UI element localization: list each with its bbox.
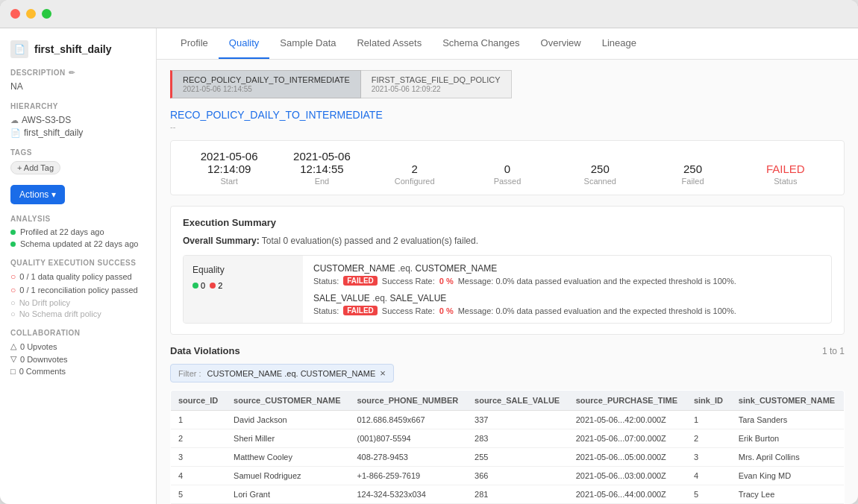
tab-lineage[interactable]: Lineage — [592, 28, 647, 59]
table-cell: Mrs. April Collins — [731, 448, 845, 467]
metric-start-label: Start — [183, 177, 275, 186]
equality-label: Equality — [192, 265, 294, 275]
metric-start-value: 2021-05-06 12:14:09 — [183, 150, 275, 175]
quality-item-1: ○ 0 / 1 data quality policy passed — [10, 271, 145, 282]
check-name-2: SALE_VALUE .eq. SALE_VALUE — [313, 293, 821, 303]
table-cell: 2021-05-06...07:00.000Z — [569, 429, 686, 448]
filter-close-icon[interactable]: × — [380, 368, 386, 379]
hierarchy-file-label: first_shift_daily — [24, 127, 83, 138]
edit-icon[interactable]: ✏ — [69, 69, 75, 77]
passed-dot — [192, 283, 198, 289]
table-cell: 2021-05-06...05:00.000Z — [569, 448, 686, 467]
quality-item-2: ○ 0 / 1 reconciliation policy passed — [10, 285, 145, 295]
eq-badges: 0 2 — [192, 281, 294, 290]
tab-related-assets[interactable]: Related Assets — [346, 28, 432, 59]
no-schema-circle-icon: ○ — [10, 309, 16, 318]
comments-item[interactable]: □ 0 Comments — [10, 367, 145, 376]
table-cell: 3 — [686, 448, 731, 467]
table-cell: 012.686.8459x667 — [349, 411, 467, 429]
tab-quality[interactable]: Quality — [219, 28, 269, 59]
execution-summary: Execution Summary Overall Summary: Total… — [170, 206, 845, 335]
table-cell: 255 — [467, 448, 569, 467]
tags-area: + Add Tag — [10, 161, 145, 174]
no-drift-circle-icon: ○ — [10, 298, 16, 307]
rate-value-2: 0 % — [439, 306, 454, 315]
titlebar — [0, 0, 858, 28]
equality-section: Equality 0 2 — [183, 255, 832, 324]
tags-label: TAGS — [10, 148, 145, 157]
table-cell: Samuel Rodriguez — [226, 467, 349, 485]
violations-header: Data Violations 1 to 1 — [170, 345, 845, 356]
policy-tabs: RECO_POLICY_DAILY_TO_INTERMEDIATE 2021-0… — [170, 70, 845, 98]
no-drift-item: ○ No Drift policy — [10, 298, 145, 307]
profiled-dot — [10, 230, 16, 235]
table-cell: Lori Grant — [226, 485, 349, 504]
metric-start: 2021-05-06 12:14:09 Start — [183, 150, 275, 186]
status-badge-failed-2: FAILED — [343, 306, 378, 315]
col-sink-id: sink_ID — [686, 391, 731, 411]
status-label: Status: — [313, 277, 339, 286]
add-tag-button[interactable]: + Add Tag — [10, 161, 60, 174]
col-source-customer-name: source_CUSTOMER_NAME — [226, 391, 349, 411]
policy-tab-reco[interactable]: RECO_POLICY_DAILY_TO_INTERMEDIATE 2021-0… — [170, 70, 361, 98]
no-schema-drift-item: ○ No Schema drift policy — [10, 309, 145, 318]
table-row: 4Samuel Rodriguez+1-866-259-76193662021-… — [171, 467, 845, 485]
table-cell: 1 — [171, 411, 227, 429]
cloud-icon: ☁ — [10, 116, 19, 125]
sidebar-title-text: first_shift_daily — [34, 43, 111, 55]
table-row: 5Lori Grant124-324-5323x0342812021-05-06… — [171, 485, 845, 504]
analysis-item-profiled: Profiled at 22 days ago — [10, 227, 145, 236]
metric-end-value: 2021-05-06 12:14:55 — [275, 150, 368, 175]
table-cell: 4 — [171, 467, 227, 485]
table-cell: 2021-05-06...44:00.000Z — [569, 485, 686, 504]
table-cell: 2 — [171, 429, 227, 448]
failed-badge: 2 — [210, 281, 222, 290]
actions-button[interactable]: Actions ▾ — [10, 185, 65, 204]
collaboration-label: COLLABORATION — [10, 329, 145, 337]
maximize-button[interactable] — [42, 9, 51, 19]
col-source-sale-value: source_SALE_VALUE — [467, 391, 569, 411]
violations-title: Data Violations — [170, 345, 240, 356]
tab-overview[interactable]: Overview — [530, 28, 592, 59]
tab-schema-changes[interactable]: Schema Changes — [432, 28, 530, 59]
tab-sample-data[interactable]: Sample Data — [269, 28, 346, 59]
metric-passed-label: Passed — [461, 177, 554, 186]
overall-summary: Overall Summary: Total 0 evaluation(s) p… — [183, 236, 832, 246]
description-section: DESCRIPTION ✏ NA — [10, 69, 145, 92]
tab-profile[interactable]: Profile — [170, 28, 219, 59]
metric-failed-count: 250 Failed — [646, 163, 739, 186]
metrics-row: 2021-05-06 12:14:09 Start 2021-05-06 12:… — [170, 140, 845, 195]
table-row: 3Matthew Cooley408-278-94532552021-05-06… — [171, 448, 845, 467]
table-cell: Matthew Cooley — [226, 448, 349, 467]
fail-circle-icon-2: ○ — [10, 285, 16, 295]
file-icon: 📄 — [10, 128, 21, 138]
upvotes-item[interactable]: △ 0 Upvotes — [10, 341, 145, 351]
filter-tag[interactable]: Filter : CUSTOMER_NAME .eq. CUSTOMER_NAM… — [170, 364, 394, 382]
metric-end: 2021-05-06 12:14:55 End — [275, 150, 368, 186]
close-button[interactable] — [10, 9, 20, 19]
quality-execution-section: QUALITY EXECUTION SUCCESS ○ 0 / 1 data q… — [10, 259, 145, 318]
main-scroll: RECO_POLICY_DAILY_TO_INTERMEDIATE 2021-0… — [157, 60, 858, 504]
analysis-section: ANALYSIS Profiled at 22 days ago Schema … — [10, 215, 145, 248]
metric-scanned: 250 Scanned — [554, 163, 646, 186]
policy-tab-first-stage[interactable]: FIRST_STAGE_FILE_DQ_POLICY 2021-05-06 12… — [361, 70, 512, 98]
check-status-row-2: Status: FAILED Success Rate: 0 % Message… — [313, 306, 821, 315]
metric-status-label: Status — [739, 177, 832, 186]
minimize-button[interactable] — [26, 9, 36, 19]
equality-left-panel: Equality 0 2 — [184, 256, 303, 323]
tags-section: TAGS + Add Tag — [10, 148, 145, 174]
metric-passed-value: 0 — [461, 163, 554, 175]
table-cell: David Jackson — [226, 411, 349, 429]
table-cell: 337 — [467, 411, 569, 429]
hierarchy-item-file: 📄 first_shift_daily — [10, 127, 145, 138]
table-row: 1David Jackson012.686.8459x6673372021-05… — [171, 411, 845, 429]
metric-failed-count-label: Failed — [646, 177, 739, 186]
analysis-item-schema: Schema updated at 22 days ago — [10, 239, 145, 248]
analysis-label: ANALYSIS — [10, 215, 145, 223]
check-item-2: SALE_VALUE .eq. SALE_VALUE Status: FAILE… — [313, 293, 821, 315]
violations-count: 1 to 1 — [822, 346, 845, 356]
downvotes-item[interactable]: ▽ 0 Downvotes — [10, 354, 145, 364]
upvote-icon: △ — [10, 341, 16, 351]
metric-status: FAILED Status — [739, 163, 832, 186]
table-cell: 1 — [686, 411, 731, 429]
